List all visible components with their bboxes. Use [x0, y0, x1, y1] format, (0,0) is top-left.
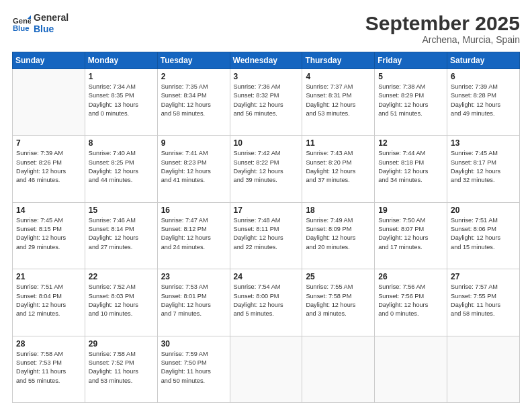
- logo-line1: General: [34, 12, 69, 24]
- weekday-header: Tuesday: [157, 52, 230, 69]
- calendar-cell: 23Sunrise: 7:53 AM Sunset: 8:01 PM Dayli…: [157, 269, 230, 336]
- day-info: Sunrise: 7:50 AM Sunset: 8:07 PM Dayligh…: [378, 216, 443, 252]
- calendar-cell: [375, 336, 447, 402]
- calendar-week-row: 28Sunrise: 7:58 AM Sunset: 7:53 PM Dayli…: [13, 336, 520, 402]
- day-number: 7: [16, 138, 81, 148]
- calendar-cell: 3Sunrise: 7:36 AM Sunset: 8:32 PM Daylig…: [230, 69, 302, 136]
- calendar-cell: 18Sunrise: 7:49 AM Sunset: 8:09 PM Dayli…: [302, 202, 375, 269]
- day-number: 28: [16, 339, 81, 349]
- day-number: 19: [378, 205, 443, 215]
- day-number: 5: [378, 72, 443, 81]
- day-number: 12: [378, 138, 443, 148]
- logo: General Blue General Blue: [12, 12, 69, 35]
- day-number: 10: [234, 138, 299, 148]
- calendar-cell: 16Sunrise: 7:47 AM Sunset: 8:12 PM Dayli…: [157, 202, 230, 269]
- day-number: 20: [451, 205, 516, 215]
- calendar-cell: 19Sunrise: 7:50 AM Sunset: 8:07 PM Dayli…: [375, 202, 447, 269]
- calendar-cell: 6Sunrise: 7:39 AM Sunset: 8:28 PM Daylig…: [447, 69, 520, 136]
- day-info: Sunrise: 7:45 AM Sunset: 8:15 PM Dayligh…: [16, 216, 81, 252]
- day-info: Sunrise: 7:39 AM Sunset: 8:28 PM Dayligh…: [451, 83, 516, 118]
- day-number: 18: [306, 205, 371, 215]
- calendar-table: SundayMondayTuesdayWednesdayThursdayFrid…: [12, 52, 520, 403]
- weekday-header: Sunday: [13, 52, 85, 69]
- calendar-cell: 7Sunrise: 7:39 AM Sunset: 8:26 PM Daylig…: [13, 136, 85, 202]
- calendar-cell: 12Sunrise: 7:44 AM Sunset: 8:18 PM Dayli…: [375, 136, 447, 202]
- calendar-cell: [230, 336, 302, 402]
- day-info: Sunrise: 7:54 AM Sunset: 8:00 PM Dayligh…: [234, 283, 299, 318]
- weekday-header: Monday: [85, 52, 157, 69]
- day-number: 17: [234, 205, 299, 215]
- day-number: 9: [161, 138, 226, 148]
- calendar-cell: 5Sunrise: 7:38 AM Sunset: 8:29 PM Daylig…: [375, 69, 447, 136]
- calendar-week-row: 1Sunrise: 7:34 AM Sunset: 8:35 PM Daylig…: [13, 69, 520, 136]
- day-info: Sunrise: 7:52 AM Sunset: 8:03 PM Dayligh…: [89, 283, 154, 318]
- weekday-header: Saturday: [447, 52, 520, 69]
- day-info: Sunrise: 7:37 AM Sunset: 8:31 PM Dayligh…: [306, 83, 371, 118]
- day-number: 6: [451, 72, 516, 81]
- day-info: Sunrise: 7:55 AM Sunset: 7:58 PM Dayligh…: [306, 283, 371, 318]
- logo-icon: General Blue: [12, 14, 31, 33]
- calendar-cell: 22Sunrise: 7:52 AM Sunset: 8:03 PM Dayli…: [85, 269, 157, 336]
- calendar-week-row: 21Sunrise: 7:51 AM Sunset: 8:04 PM Dayli…: [13, 269, 520, 336]
- weekday-header: Friday: [375, 52, 447, 69]
- calendar-cell: 26Sunrise: 7:56 AM Sunset: 7:56 PM Dayli…: [375, 269, 447, 336]
- day-info: Sunrise: 7:34 AM Sunset: 8:35 PM Dayligh…: [89, 83, 154, 118]
- day-number: 30: [161, 339, 226, 349]
- day-info: Sunrise: 7:56 AM Sunset: 7:56 PM Dayligh…: [378, 283, 443, 318]
- day-info: Sunrise: 7:42 AM Sunset: 8:22 PM Dayligh…: [234, 149, 299, 185]
- day-info: Sunrise: 7:35 AM Sunset: 8:34 PM Dayligh…: [161, 83, 226, 118]
- day-number: 25: [306, 272, 371, 281]
- day-info: Sunrise: 7:58 AM Sunset: 7:53 PM Dayligh…: [16, 350, 81, 385]
- day-info: Sunrise: 7:51 AM Sunset: 8:06 PM Dayligh…: [451, 216, 516, 252]
- calendar-cell: 21Sunrise: 7:51 AM Sunset: 8:04 PM Dayli…: [13, 269, 85, 336]
- calendar-cell: 30Sunrise: 7:59 AM Sunset: 7:50 PM Dayli…: [157, 336, 230, 402]
- month-title: September 2025: [365, 12, 520, 34]
- weekday-header: Wednesday: [230, 52, 302, 69]
- day-number: 4: [306, 72, 371, 81]
- day-info: Sunrise: 7:40 AM Sunset: 8:25 PM Dayligh…: [89, 149, 154, 185]
- calendar-cell: 29Sunrise: 7:58 AM Sunset: 7:52 PM Dayli…: [85, 336, 157, 402]
- calendar-cell: 28Sunrise: 7:58 AM Sunset: 7:53 PM Dayli…: [13, 336, 85, 402]
- day-number: 13: [451, 138, 516, 148]
- calendar-cell: 8Sunrise: 7:40 AM Sunset: 8:25 PM Daylig…: [85, 136, 157, 202]
- calendar-week-row: 14Sunrise: 7:45 AM Sunset: 8:15 PM Dayli…: [13, 202, 520, 269]
- day-info: Sunrise: 7:59 AM Sunset: 7:50 PM Dayligh…: [161, 350, 226, 385]
- calendar-cell: [302, 336, 375, 402]
- logo-line2: Blue: [34, 24, 69, 35]
- day-info: Sunrise: 7:41 AM Sunset: 8:23 PM Dayligh…: [161, 149, 226, 185]
- calendar-cell: 13Sunrise: 7:45 AM Sunset: 8:17 PM Dayli…: [447, 136, 520, 202]
- calendar-cell: 11Sunrise: 7:43 AM Sunset: 8:20 PM Dayli…: [302, 136, 375, 202]
- calendar-cell: 24Sunrise: 7:54 AM Sunset: 8:00 PM Dayli…: [230, 269, 302, 336]
- calendar-cell: 15Sunrise: 7:46 AM Sunset: 8:14 PM Dayli…: [85, 202, 157, 269]
- calendar-cell: 10Sunrise: 7:42 AM Sunset: 8:22 PM Dayli…: [230, 136, 302, 202]
- day-number: 21: [16, 272, 81, 281]
- day-number: 1: [89, 72, 154, 81]
- calendar-cell: 9Sunrise: 7:41 AM Sunset: 8:23 PM Daylig…: [157, 136, 230, 202]
- calendar-cell: [447, 336, 520, 402]
- calendar-week-row: 7Sunrise: 7:39 AM Sunset: 8:26 PM Daylig…: [13, 136, 520, 202]
- day-number: 26: [378, 272, 443, 281]
- day-number: 14: [16, 205, 81, 215]
- day-info: Sunrise: 7:49 AM Sunset: 8:09 PM Dayligh…: [306, 216, 371, 252]
- weekday-header-row: SundayMondayTuesdayWednesdayThursdayFrid…: [13, 52, 520, 69]
- header: General Blue General Blue September 2025…: [12, 12, 520, 45]
- calendar-cell: 27Sunrise: 7:57 AM Sunset: 7:55 PM Dayli…: [447, 269, 520, 336]
- calendar-cell: 4Sunrise: 7:37 AM Sunset: 8:31 PM Daylig…: [302, 69, 375, 136]
- day-info: Sunrise: 7:44 AM Sunset: 8:18 PM Dayligh…: [378, 149, 443, 185]
- title-block: September 2025 Archena, Murcia, Spain: [365, 12, 520, 45]
- location-subtitle: Archena, Murcia, Spain: [365, 34, 520, 45]
- calendar-cell: 17Sunrise: 7:48 AM Sunset: 8:11 PM Dayli…: [230, 202, 302, 269]
- day-info: Sunrise: 7:43 AM Sunset: 8:20 PM Dayligh…: [306, 149, 371, 185]
- day-info: Sunrise: 7:57 AM Sunset: 7:55 PM Dayligh…: [451, 283, 516, 318]
- day-info: Sunrise: 7:38 AM Sunset: 8:29 PM Dayligh…: [378, 83, 443, 118]
- day-info: Sunrise: 7:58 AM Sunset: 7:52 PM Dayligh…: [89, 350, 154, 385]
- day-info: Sunrise: 7:45 AM Sunset: 8:17 PM Dayligh…: [451, 149, 516, 185]
- day-number: 16: [161, 205, 226, 215]
- day-number: 27: [451, 272, 516, 281]
- calendar-cell: 14Sunrise: 7:45 AM Sunset: 8:15 PM Dayli…: [13, 202, 85, 269]
- calendar-cell: 2Sunrise: 7:35 AM Sunset: 8:34 PM Daylig…: [157, 69, 230, 136]
- weekday-header: Thursday: [302, 52, 375, 69]
- day-info: Sunrise: 7:47 AM Sunset: 8:12 PM Dayligh…: [161, 216, 226, 252]
- calendar-cell: [13, 69, 85, 136]
- day-info: Sunrise: 7:48 AM Sunset: 8:11 PM Dayligh…: [234, 216, 299, 252]
